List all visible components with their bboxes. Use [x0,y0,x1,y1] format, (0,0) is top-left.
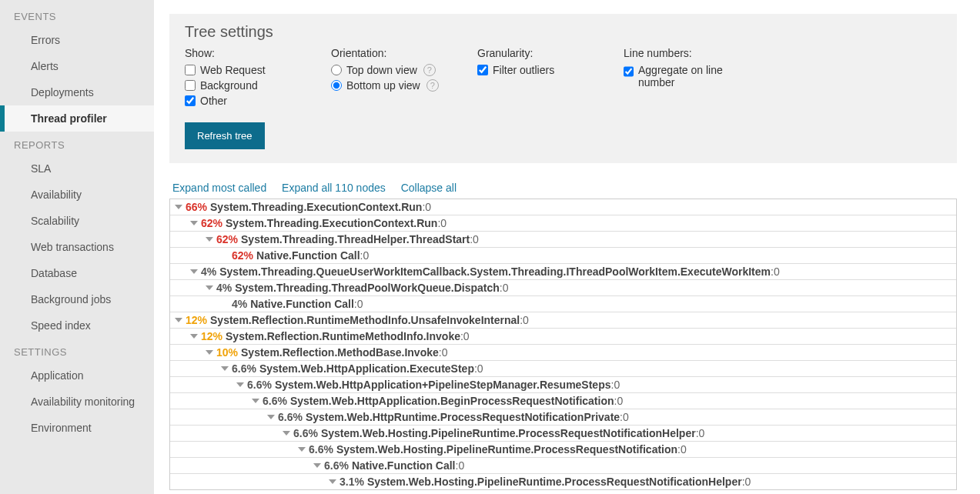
tree-row[interactable]: 4% System.Threading.ThreadPoolWorkQueue.… [170,280,956,296]
radio-bottom-up[interactable] [331,80,342,91]
tree-settings-panel: Tree settings Show: Web Request Backgrou… [169,14,957,163]
percentage: 3.1% [339,476,364,488]
percentage: 6.6% [263,395,287,407]
percentage: 62% [216,233,238,245]
percentage: 66% [186,201,207,213]
checkbox-aggregate[interactable] [624,66,634,77]
tree-row[interactable]: 6.6% System.Web.HttpRuntime.ProcessReque… [170,409,956,426]
line-numbers-column: Line numbers: Aggregate on line number [624,47,747,108]
radio-top-down[interactable] [331,65,342,75]
tree-row[interactable]: 62% Native.Function Call :0 [170,248,956,264]
caret-down-icon[interactable] [298,447,306,452]
nav-item[interactable]: Scalability [0,208,154,234]
nav-item[interactable]: Thread profiler [0,105,154,132]
help-icon[interactable]: ? [423,64,436,76]
line-number: :0 [614,395,624,407]
show-label: Show: [185,47,300,59]
nav-item[interactable]: Alerts [0,53,154,79]
tree-row[interactable]: 6.6% System.Web.HttpApplication+Pipeline… [170,377,956,393]
percentage: 62% [232,249,253,262]
caret-down-icon[interactable] [267,415,275,419]
expand-all-link[interactable]: Expand all 110 nodes [282,182,386,194]
nav-item[interactable]: Background jobs [0,286,154,312]
method-name: System.Web.Hosting.PipelineRuntime.Proce… [367,476,742,488]
percentage: 62% [201,217,222,229]
caret-down-icon[interactable] [206,237,213,242]
caret-down-icon[interactable] [206,285,213,290]
tree-row[interactable]: 10% System.Reflection.MethodBase.Invoke … [170,345,956,361]
caret-down-icon[interactable] [190,334,198,339]
tree-row[interactable]: 6.6% System.Web.HttpApplication.BeginPro… [170,393,956,409]
line-number: :0 [500,282,509,294]
caret-down-icon[interactable] [221,366,229,371]
percentage: 6.6% [324,459,349,472]
show-background[interactable]: Background [185,78,300,93]
nav-item[interactable]: SLA [0,155,154,182]
tree-row[interactable]: 62% System.Threading.ThreadHelper.Thread… [170,232,956,248]
percentage: 4% [232,298,247,310]
checkbox-web-request[interactable] [185,65,196,75]
collapse-all-link[interactable]: Collapse all [401,182,457,194]
caret-down-icon[interactable] [329,479,336,484]
refresh-tree-button[interactable]: Refresh tree [185,122,265,149]
percentage: 4% [201,265,216,278]
method-name: System.Reflection.RuntimeMethodInfo.Invo… [226,330,460,342]
tree-row[interactable]: 3.1% System.Web.Hosting.PipelineRuntime.… [170,474,956,489]
caret-down-icon[interactable] [206,350,213,355]
nav-item[interactable]: Speed index [0,312,154,339]
nav-item[interactable]: Availability monitoring [0,389,154,415]
nav-item[interactable]: Errors [0,27,154,53]
caret-down-icon[interactable] [190,221,198,225]
tree-row[interactable]: 6.6% System.Web.Hosting.PipelineRuntime.… [170,442,956,458]
tree-row[interactable]: 66% System.Threading.ExecutionContext.Ru… [170,199,956,215]
tree-row[interactable]: 62% System.Threading.ExecutionContext.Ru… [170,215,956,232]
show-column: Show: Web Request Background Other [185,47,300,108]
percentage: 12% [201,330,222,342]
orientation-top-down[interactable]: Top down view? [331,62,447,78]
caret-down-icon[interactable] [236,382,244,387]
tree-row[interactable]: 6.6% System.Web.HttpApplication.ExecuteS… [170,361,956,377]
section-header: REPORTS [0,132,154,155]
caret-down-icon[interactable] [283,431,290,436]
help-icon[interactable]: ? [426,79,439,92]
aggregate-line-number[interactable]: Aggregate on line number [624,62,747,90]
filter-outliers[interactable]: Filter outliers [477,62,593,78]
sidebar: EVENTSErrorsAlertsDeploymentsThread prof… [0,0,154,494]
show-other[interactable]: Other [185,93,300,108]
show-web-request[interactable]: Web Request [185,62,300,78]
nav-item[interactable]: Web transactions [0,234,154,260]
tree-row[interactable]: 12% System.Reflection.RuntimeMethodInfo.… [170,312,956,329]
method-name: System.Web.HttpRuntime.ProcessRequestNot… [306,411,620,423]
tree-row[interactable]: 12% System.Reflection.RuntimeMethodInfo.… [170,329,956,345]
method-name: System.Web.HttpApplication.ExecuteStep [259,362,474,375]
checkbox-filter-outliers[interactable] [477,65,488,75]
line-number: :0 [742,476,751,488]
line-number: :0 [422,201,431,213]
checkbox-other[interactable] [185,95,196,106]
method-name: System.Threading.QueueUserWorkItemCallba… [219,265,771,278]
caret-down-icon[interactable] [190,269,198,274]
section-header: SETTINGS [0,339,154,362]
caret-down-icon[interactable] [175,205,182,209]
caret-down-icon[interactable] [313,463,321,468]
tree-row[interactable]: 6.6% System.Web.Hosting.PipelineRuntime.… [170,426,956,442]
orientation-label: Orientation: [331,47,447,59]
orientation-bottom-up[interactable]: Bottom up view? [331,78,447,93]
checkbox-background[interactable] [185,80,196,91]
percentage: 10% [216,346,238,359]
line-number: :0 [474,362,483,375]
nav-item[interactable]: Deployments [0,79,154,105]
caret-spacer [221,253,229,258]
expand-most-called-link[interactable]: Expand most called [172,182,266,194]
nav-item[interactable]: Availability [0,182,154,208]
caret-down-icon[interactable] [175,318,182,322]
nav-item[interactable]: Database [0,260,154,286]
tree-row[interactable]: 4% System.Threading.QueueUserWorkItemCal… [170,264,956,280]
nav-item[interactable]: Environment [0,415,154,441]
nav-item[interactable]: Application [0,362,154,389]
line-number: :0 [354,298,363,310]
tree-row[interactable]: 4% Native.Function Call :0 [170,296,956,312]
tree-row[interactable]: 6.6% Native.Function Call :0 [170,458,956,474]
caret-down-icon[interactable] [252,399,259,403]
method-name: System.Web.HttpApplication.BeginProcessR… [290,395,614,407]
